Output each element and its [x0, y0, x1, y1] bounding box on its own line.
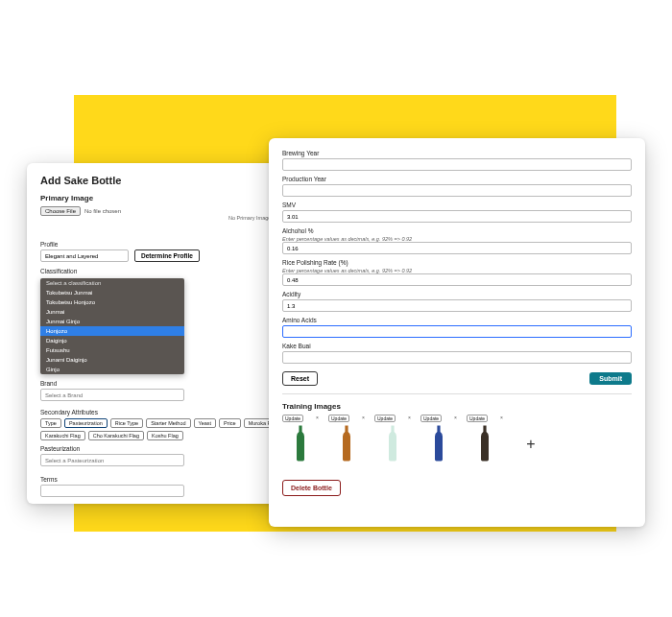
training-thumb: Update× [467, 415, 503, 463]
attribute-chip[interactable]: Karakuchi Flag [40, 431, 85, 440]
remove-thumb-button[interactable]: × [454, 415, 457, 422]
classification-option[interactable]: Junmai [40, 307, 184, 317]
attribute-chip[interactable]: Pasteurization [64, 418, 108, 428]
pasteurization-select[interactable] [40, 454, 184, 466]
attribute-chip[interactable]: Price [219, 418, 241, 428]
attribute-chip[interactable]: Type [40, 418, 61, 428]
attribute-chip[interactable]: Cho Karakuchi Flag [88, 431, 144, 440]
bottle-details-panel: Brewing Year Production Year SMV Alchoho… [269, 138, 645, 527]
bottle-icon [382, 424, 403, 463]
classification-option[interactable]: Junmai Ginjo [40, 317, 184, 326]
classification-option[interactable]: Ginjo [40, 365, 184, 374]
add-training-image-button[interactable]: + [513, 420, 549, 468]
attribute-chip[interactable]: Koshu Flag [147, 431, 183, 440]
attribute-chip[interactable]: Yeast [194, 418, 217, 428]
remove-thumb-button[interactable]: × [408, 415, 411, 422]
submit-button[interactable]: Submit [589, 372, 632, 385]
brand-select[interactable] [40, 389, 184, 401]
choose-file-button[interactable]: Choose File [40, 206, 81, 216]
training-thumb: Update× [420, 415, 457, 463]
update-thumb-button[interactable]: Update [420, 415, 442, 422]
attribute-chip[interactable]: Starter Method [146, 418, 190, 428]
training-images-label: Training Images [282, 402, 632, 411]
no-file-text: No file chosen [84, 208, 121, 214]
profile-select[interactable] [40, 249, 129, 262]
kake-buai-input[interactable] [282, 351, 632, 364]
acidity-label: Acidity [282, 291, 632, 297]
alcohol-input[interactable] [282, 242, 632, 254]
classification-option-placeholder: Select a classification [40, 278, 184, 288]
polishing-label: Rice Polishing Rate (%) [282, 259, 632, 266]
bottle-icon [290, 424, 311, 463]
classification-option[interactable]: Daiginjo [40, 336, 184, 345]
update-thumb-button[interactable]: Update [374, 415, 396, 422]
classification-option[interactable]: Tokubetsu Junmai [40, 288, 184, 297]
classification-option[interactable]: Tokubetsu Honjozo [40, 297, 184, 307]
remove-thumb-button[interactable]: × [500, 415, 503, 422]
attribute-chip[interactable]: Rice Type [110, 418, 143, 428]
update-thumb-button[interactable]: Update [282, 415, 303, 422]
classification-option[interactable]: Futsushu [40, 345, 184, 355]
training-thumb: Update× [328, 415, 365, 463]
determine-profile-button[interactable]: Determine Profile [134, 249, 200, 262]
production-year-label: Production Year [282, 176, 632, 182]
smv-input[interactable] [282, 210, 632, 223]
production-year-input[interactable] [282, 184, 632, 197]
bottle-icon [336, 424, 357, 463]
terms-select[interactable] [40, 485, 184, 497]
bottle-icon [474, 424, 495, 463]
update-thumb-button[interactable]: Update [467, 415, 488, 422]
alcohol-label: Alchohol % [282, 227, 632, 234]
smv-label: SMV [282, 202, 632, 208]
remove-thumb-button[interactable]: × [362, 415, 365, 422]
training-images-row: Update×Update×Update×Update×Update×+ [282, 415, 632, 468]
delete-bottle-button[interactable]: Delete Bottle [282, 480, 341, 496]
amino-input[interactable] [282, 325, 632, 338]
acidity-input[interactable] [282, 299, 632, 312]
training-thumb: Update× [282, 415, 319, 463]
reset-button[interactable]: Reset [282, 371, 318, 386]
classification-option[interactable]: Junami Daiginjo [40, 355, 184, 365]
update-thumb-button[interactable]: Update [328, 415, 349, 422]
bottle-icon [428, 424, 449, 463]
brewing-year-input[interactable] [282, 158, 632, 171]
training-thumb: Update× [374, 415, 411, 463]
brewing-year-label: Brewing Year [282, 150, 632, 156]
classification-option[interactable]: Honjozo [40, 326, 184, 336]
amino-label: Amino Acids [282, 317, 632, 323]
no-primary-image-note: No Primary Image [228, 215, 271, 221]
kake-buai-label: Kake Buai [282, 343, 632, 349]
polishing-input[interactable] [282, 273, 632, 286]
remove-thumb-button[interactable]: × [316, 415, 319, 422]
divider [282, 393, 632, 394]
